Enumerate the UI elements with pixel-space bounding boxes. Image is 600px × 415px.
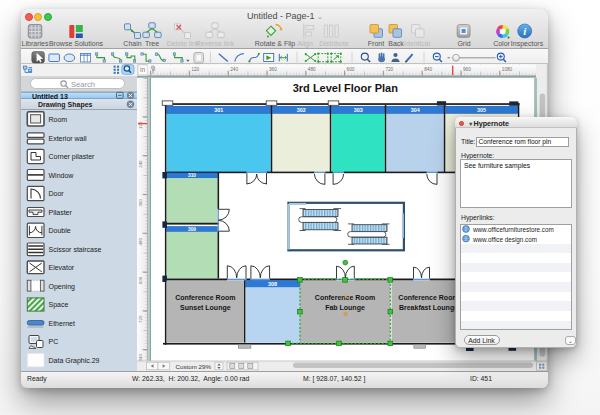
svg-text:840: 840 xyxy=(424,67,432,72)
svg-text:Conference Room: Conference Room xyxy=(175,294,235,301)
svg-text:310: 310 xyxy=(188,173,196,178)
svg-text:240: 240 xyxy=(230,67,238,72)
svg-text:120: 120 xyxy=(191,67,199,72)
svg-text:301: 301 xyxy=(214,107,223,113)
svg-text:305: 305 xyxy=(477,107,486,113)
svg-text:1080: 1080 xyxy=(502,67,513,72)
svg-text:Breakfast Lounge: Breakfast Lounge xyxy=(399,304,458,312)
svg-text:480: 480 xyxy=(308,67,316,72)
svg-text:Fab Lounge: Fab Lounge xyxy=(325,304,365,312)
svg-text:720: 720 xyxy=(138,315,143,323)
svg-text:120: 120 xyxy=(138,121,143,129)
svg-text:308: 308 xyxy=(268,281,277,287)
svg-text:309: 309 xyxy=(188,227,196,232)
svg-text:480: 480 xyxy=(138,238,143,246)
svg-text:360: 360 xyxy=(138,199,143,207)
svg-text:720: 720 xyxy=(385,67,393,72)
svg-text:240: 240 xyxy=(138,160,143,168)
svg-text:304: 304 xyxy=(411,107,420,113)
svg-text:Conference Room: Conference Room xyxy=(398,294,458,301)
svg-text:Custom 29%: Custom 29% xyxy=(176,363,212,370)
svg-text:840: 840 xyxy=(138,354,143,362)
svg-text:in: in xyxy=(140,66,145,73)
svg-text:303: 303 xyxy=(354,107,363,113)
svg-text:600: 600 xyxy=(138,276,143,284)
svg-text:Sunset Lounge: Sunset Lounge xyxy=(180,304,231,312)
svg-text:302: 302 xyxy=(297,107,306,113)
svg-text:3rd Level Floor Plan: 3rd Level Floor Plan xyxy=(293,82,398,94)
svg-text:960: 960 xyxy=(463,67,471,72)
svg-text:600: 600 xyxy=(347,67,355,72)
svg-text:360: 360 xyxy=(269,67,277,72)
